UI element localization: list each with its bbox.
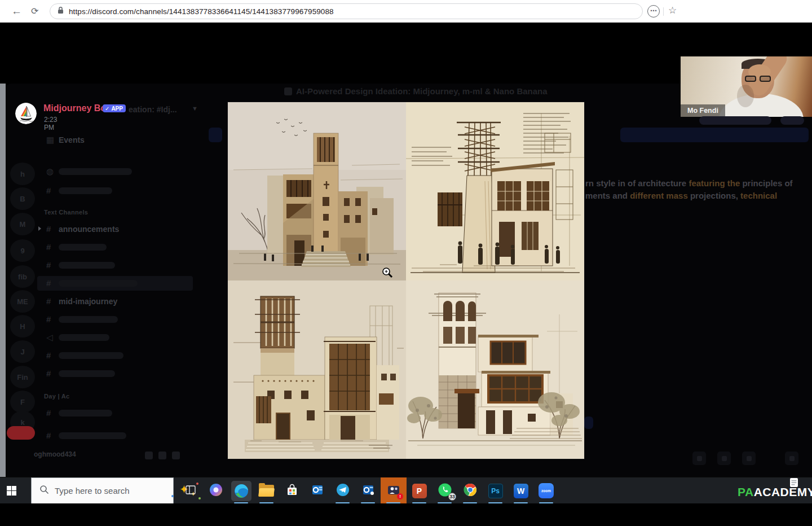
toolbar-divider [663,7,664,16]
start-button-icon[interactable] [7,486,16,498]
server-icon-F[interactable]: F [10,391,35,413]
current-username: oghmood434 [34,450,76,458]
channel-row-dimmed-15[interactable] [59,432,126,439]
taskbar-app-ps[interactable]: Ps [483,477,508,504]
dimmed-action-1 [692,452,706,465]
message-timestamp: 2:23 PM [44,116,57,132]
refresh-icon[interactable]: ⟳ [31,0,38,23]
pa-academy-watermark: PAACADEMY [738,485,812,499]
taskbar-search-input[interactable]: Type here to search ✦ ✦ [31,477,174,504]
chrome-icon [463,483,478,499]
taskview-icon [184,484,197,498]
telegram-icon [336,483,350,499]
server-icon-M[interactable]: M [10,213,35,235]
channel-hash-icon: # [46,314,51,324]
taskbar-app-zoom[interactable]: zoom [533,477,559,504]
check-icon: ✓ [105,106,109,112]
taskbar-app-whatsapp[interactable]: 33 [432,477,457,504]
channel-hash-icon: # [46,260,51,270]
taskbar-app-outlook2[interactable] [355,477,381,504]
teams-alert-badge: ! [397,493,403,499]
settings-gear-icon[interactable] [172,452,180,459]
back-icon[interactable]: ← [11,0,22,23]
panel-top-left-windcatcher-elevation[interactable] [228,102,406,280]
ps-icon: Ps [488,484,503,498]
channel-row-dimmed-11[interactable] [59,352,123,359]
channel-mid-imajourney[interactable]: mid-imajourney [59,297,117,306]
channel-hash-icon: ▦ [46,135,54,145]
taskbar-app-outlook[interactable] [304,477,330,504]
channel-hash-icon: # [46,431,51,440]
dimmed-button [209,128,222,142]
dimmed-prompt-line-2: ments and different mass projections, te… [585,191,777,200]
dimmed-chip [584,417,593,429]
taskbar-app-folder[interactable] [254,477,279,504]
channel-hash-icon [284,87,292,95]
server-icon-9[interactable]: 9 [10,239,35,262]
channel-row-dimmed-1[interactable] [59,168,132,175]
outlook2-icon [360,483,376,499]
page-left-gutter [0,84,6,477]
taskbar-app-telegram[interactable] [330,477,355,504]
bookmark-star-icon[interactable]: ☆ [668,5,677,16]
headphones-icon[interactable] [158,452,166,459]
mic-muted-icon[interactable] [145,452,153,459]
discord-app: AI-Powered Design Ideation: Midjourney, … [6,84,812,477]
server-icon-J[interactable]: J [10,340,35,363]
taskbar-app-teams[interactable]: ! [381,477,407,504]
taskbar-app-store[interactable] [279,477,304,504]
channel-row-dimmed-10[interactable] [59,334,109,341]
channel-row-dimmed-6[interactable] [59,262,115,269]
channel-announcements[interactable]: announcements [59,225,119,234]
sidebar-item-events[interactable]: Events [59,135,85,144]
taskbar-app-chrome[interactable] [457,477,483,504]
category-text-channels[interactable]: Text Channels [44,209,88,216]
chevron-down-icon: ▼ [192,105,198,112]
channel-row-dimmed-2[interactable] [59,187,112,194]
midjourney-bot-avatar[interactable] [15,103,37,124]
channel-hash-icon: # [46,186,51,195]
webcam-shadow [737,85,754,107]
zoom-icon: zoom [539,483,554,498]
unread-caret-icon [38,226,41,231]
server-icon-ME[interactable]: ME [10,290,35,313]
address-bar[interactable]: https://discord.com/channels/14413837783… [50,3,643,19]
panel-top-right-annotated-sketch[interactable] [406,102,584,280]
channel-row-dimmed-9[interactable] [59,316,118,323]
bot-name[interactable]: Midjourney Bot [43,103,109,113]
category-day[interactable]: Day | Ac [44,393,69,400]
word-icon: W [514,484,528,498]
channel-hash-icon: # [46,296,51,306]
server-icon-H[interactable]: H [10,315,35,337]
taskbar-app-word[interactable]: W [508,477,533,504]
taskbar-app-taskview[interactable] [178,477,203,504]
copilot-icon [209,483,223,499]
url-text: https://discord.com/channels/14413837783… [69,7,334,16]
channel-row-dimmed-7[interactable] [59,280,138,287]
server-icon-selected-red[interactable] [7,426,35,440]
channel-row-dimmed-5[interactable] [59,244,107,251]
channel-hash-icon: # [46,408,51,418]
panel-bottom-left-traditional-house[interactable] [228,280,406,459]
panel-bottom-right-modern-villa[interactable] [406,280,584,459]
lock-icon [57,6,64,16]
browser-toolbar: ← ⟳ https://discord.com/channels/1441383… [0,0,812,23]
dimmed-action-4 [785,452,798,465]
ellipsis-menu-icon[interactable]: ⋯ [647,5,660,17]
channel-hash-icon: # [46,224,51,234]
channel-hash-icon: ◁ [46,332,53,343]
channel-hash-icon: # [46,350,51,360]
taskbar-app-copilot[interactable] [203,477,228,504]
channel-hash-icon: ◍ [46,166,54,177]
taskbar-app-edge[interactable] [228,477,254,504]
server-icon-B[interactable]: B [10,187,35,210]
taskbar-app-ppt[interactable]: P [407,477,432,504]
channel-row-dimmed-14[interactable] [59,410,112,417]
dimmed-title-fragment: eation: #Idj... [129,105,177,114]
webcam-overlay: Mo Fendi [681,56,812,117]
server-icon-fib[interactable]: fib [10,265,35,288]
channel-row-dimmed-12[interactable] [59,370,115,377]
server-icon-Fin[interactable]: Fin [10,366,35,388]
server-icon-h[interactable]: h [10,163,35,185]
midjourney-image-grid[interactable] [228,102,584,459]
